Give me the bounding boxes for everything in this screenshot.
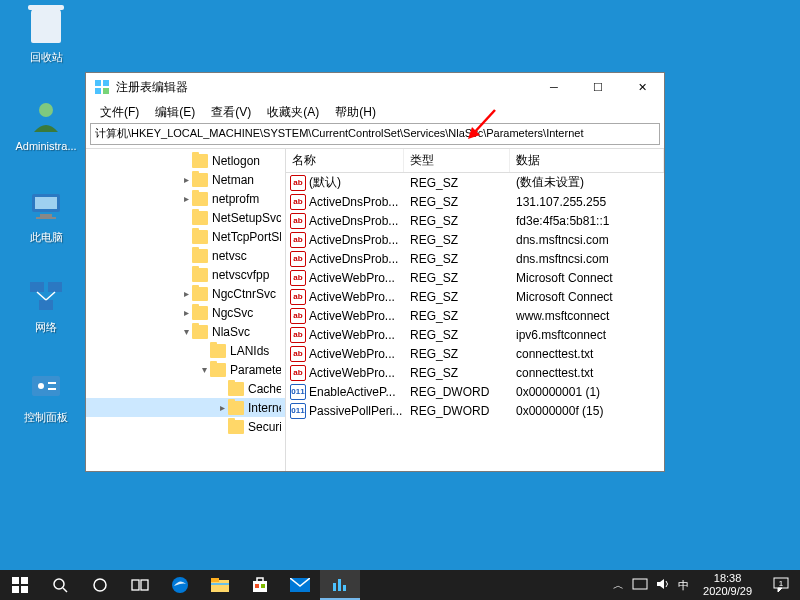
tree-node[interactable]: ▾NlaSvc [86, 322, 285, 341]
menu-item[interactable]: 收藏夹(A) [259, 102, 327, 123]
tree-node[interactable]: ▾Parameters [86, 360, 285, 379]
desktop-icon-network[interactable]: 网络 [10, 276, 82, 335]
value-type: REG_SZ [404, 252, 510, 266]
col-name[interactable]: 名称 [286, 149, 404, 172]
registry-value-row[interactable]: abActiveDnsProb...REG_SZdns.msftncsi.com [286, 249, 664, 268]
registry-value-row[interactable]: abActiveDnsProb...REG_SZfd3e:4f5a:5b81::… [286, 211, 664, 230]
tree-pane[interactable]: Netlogon▸Netman▸netprofmNetSetupSvcNetTc… [86, 149, 286, 471]
action-center-icon[interactable]: 1 [766, 570, 796, 600]
svg-rect-35 [261, 584, 265, 588]
menu-item[interactable]: 查看(V) [203, 102, 259, 123]
registry-value-row[interactable]: 011EnableActiveP...REG_DWORD0x00000001 (… [286, 382, 664, 401]
value-data: www.msftconnect [510, 309, 664, 323]
title-bar[interactable]: 注册表编辑器 ─ ☐ ✕ [86, 73, 664, 101]
value-type: REG_SZ [404, 328, 510, 342]
value-name: ActiveDnsProb... [309, 195, 398, 209]
desktop-icon-recycle-bin[interactable]: 回收站 [10, 6, 82, 65]
values-list[interactable]: ab(默认)REG_SZ(数值未设置)abActiveDnsProb...REG… [286, 173, 664, 455]
menu-item[interactable]: 编辑(E) [147, 102, 203, 123]
registry-value-row[interactable]: 011PassivePollPeri...REG_DWORD0x0000000f… [286, 401, 664, 420]
task-view-button[interactable] [120, 570, 160, 600]
recycle-bin-icon [26, 6, 66, 46]
svg-rect-7 [39, 300, 53, 310]
tree-twisty-icon[interactable]: ▸ [180, 288, 192, 299]
tree-node[interactable]: netvscvfpp [86, 265, 285, 284]
tree-node[interactable]: netvsc [86, 246, 285, 265]
svg-rect-31 [211, 578, 219, 582]
address-bar[interactable]: 计算机\HKEY_LOCAL_MACHINE\SYSTEM\CurrentCon… [90, 123, 660, 145]
start-button[interactable] [0, 570, 40, 600]
svg-marker-41 [657, 579, 664, 589]
column-header[interactable]: 名称 类型 数据 [286, 149, 664, 173]
string-icon: ab [290, 213, 306, 229]
tree-twisty-icon[interactable]: ▸ [180, 307, 192, 318]
tree-node[interactable]: NetSetupSvc [86, 208, 285, 227]
tree-node[interactable]: ▸NgcSvc [86, 303, 285, 322]
tree-node[interactable]: ▸Internet [86, 398, 285, 417]
dword-icon: 011 [290, 384, 306, 400]
tree-node[interactable]: NetTcpPortSharing [86, 227, 285, 246]
string-icon: ab [290, 175, 306, 191]
system-tray[interactable]: ︿ 中 18:38 2020/9/29 1 [613, 570, 800, 600]
svg-rect-27 [132, 580, 139, 590]
store-icon[interactable] [240, 570, 280, 600]
svg-rect-21 [21, 577, 28, 584]
menu-item[interactable]: 文件(F) [92, 102, 147, 123]
close-button[interactable]: ✕ [620, 73, 664, 101]
menu-item[interactable]: 帮助(H) [327, 102, 384, 123]
registry-value-row[interactable]: abActiveDnsProb...REG_SZdns.msftncsi.com [286, 230, 664, 249]
svg-rect-39 [343, 585, 346, 591]
tree-label: Netlogon [212, 154, 260, 168]
registry-value-row[interactable]: abActiveWebPro...REG_SZMicrosoft Connect [286, 268, 664, 287]
ime-indicator[interactable]: 中 [678, 578, 689, 593]
minimize-button[interactable]: ─ [532, 73, 576, 101]
tree-twisty-icon[interactable]: ▾ [198, 364, 210, 375]
desktop-icon-administrators[interactable]: Administra... [10, 96, 82, 152]
registry-value-row[interactable]: abActiveWebPro...REG_SZconnecttest.txt [286, 363, 664, 382]
taskbar[interactable]: ︿ 中 18:38 2020/9/29 1 [0, 570, 800, 600]
dword-icon: 011 [290, 403, 306, 419]
tree-node[interactable]: ▸netprofm [86, 189, 285, 208]
file-explorer-icon[interactable] [200, 570, 240, 600]
tree-h-scrollbar[interactable] [86, 436, 285, 452]
cortana-button[interactable] [80, 570, 120, 600]
registry-value-row[interactable]: abActiveDnsProb...REG_SZ131.107.255.255 [286, 192, 664, 211]
h-scrollbar[interactable] [286, 455, 664, 471]
registry-value-row[interactable]: ab(默认)REG_SZ(数值未设置) [286, 173, 664, 192]
value-data: Microsoft Connect [510, 290, 664, 304]
string-icon: ab [290, 346, 306, 362]
tree-twisty-icon[interactable]: ▸ [216, 402, 228, 413]
tree-node[interactable]: Security [86, 417, 285, 436]
mail-icon[interactable] [280, 570, 320, 600]
registry-value-row[interactable]: abActiveWebPro...REG_SZipv6.msftconnect [286, 325, 664, 344]
tree-twisty-icon[interactable]: ▸ [180, 174, 192, 185]
tree-twisty-icon[interactable]: ▸ [180, 193, 192, 204]
volume-icon[interactable] [656, 577, 670, 593]
search-button[interactable] [40, 570, 80, 600]
svg-rect-10 [32, 376, 60, 396]
keyboard-icon[interactable] [632, 578, 648, 592]
tree-node[interactable]: LANIds [86, 341, 285, 360]
tree-node[interactable]: ▸Netman [86, 170, 285, 189]
desktop-icon-control-panel[interactable]: 控制面板 [10, 366, 82, 425]
svg-rect-37 [333, 583, 336, 591]
registry-value-row[interactable]: abActiveWebPro...REG_SZwww.msftconnect [286, 306, 664, 325]
col-type[interactable]: 类型 [404, 149, 510, 172]
desktop-icon-this-pc[interactable]: 此电脑 [10, 186, 82, 245]
tray-chevron-icon[interactable]: ︿ [613, 578, 624, 593]
registry-value-row[interactable]: abActiveWebPro...REG_SZconnecttest.txt [286, 344, 664, 363]
tree-twisty-icon[interactable]: ▾ [180, 326, 192, 337]
tree-node[interactable]: ▸NgcCtnrSvc [86, 284, 285, 303]
value-type: REG_SZ [404, 290, 510, 304]
registry-value-row[interactable]: abActiveWebPro...REG_SZMicrosoft Connect [286, 287, 664, 306]
svg-rect-20 [12, 577, 19, 584]
tree-node[interactable]: Netlogon [86, 151, 285, 170]
tree-node[interactable]: Cache [86, 379, 285, 398]
maximize-button[interactable]: ☐ [576, 73, 620, 101]
clock[interactable]: 18:38 2020/9/29 [697, 572, 758, 598]
value-type: REG_SZ [404, 271, 510, 285]
col-data[interactable]: 数据 [510, 149, 664, 172]
svg-rect-6 [48, 282, 62, 292]
edge-icon[interactable] [160, 570, 200, 600]
running-app-icon[interactable] [320, 570, 360, 600]
